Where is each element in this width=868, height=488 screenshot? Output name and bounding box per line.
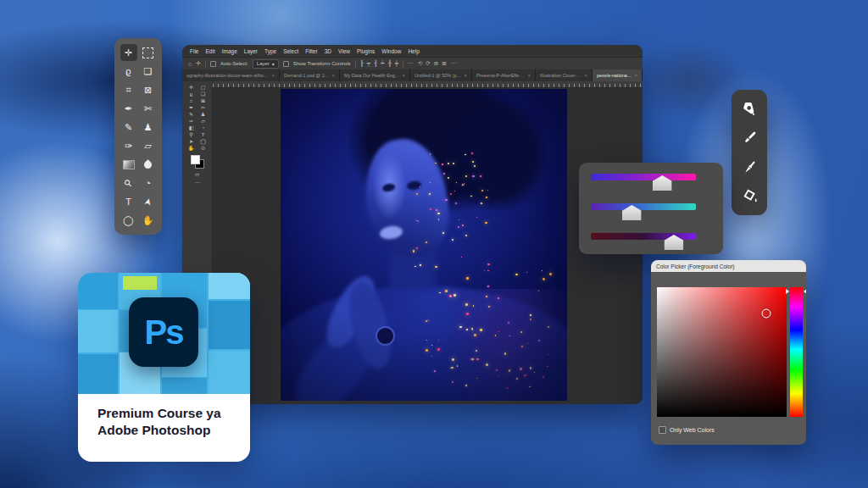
document-tab[interactable]: Untitled-1 @ 50% (pearl...× <box>410 69 472 81</box>
color-cursor[interactable] <box>761 308 771 318</box>
more-options-icon[interactable]: ⋯ <box>408 60 414 67</box>
toolbar-icon[interactable]: ⊙ <box>201 146 205 151</box>
lasso-tool-icon[interactable]: ϱ <box>120 63 137 80</box>
option-icon[interactable]: ⊠ <box>442 60 446 67</box>
document-tab[interactable]: Illustration Cover-01.psd× <box>536 69 593 81</box>
only-web-colors-checkbox[interactable] <box>659 426 666 434</box>
option-icon[interactable]: ⟳ <box>426 60 430 67</box>
document-tab[interactable]: ography-illustration-doctor-team-silhoue… <box>182 69 280 81</box>
document-tab[interactable]: Demand-1.psd @ 200% (L...× <box>280 69 340 81</box>
toolbar-icon[interactable]: ✎ <box>189 112 193 117</box>
tab-close-icon[interactable]: × <box>402 73 405 78</box>
tab-close-icon[interactable]: × <box>271 73 275 78</box>
lightness-slider[interactable] <box>591 233 696 240</box>
toolbar-icon[interactable]: ➤ <box>189 139 193 144</box>
toolbar-icon[interactable]: ⚲ <box>189 132 192 137</box>
toolbar-icon[interactable]: ◯ <box>200 139 206 144</box>
canvas-area[interactable] <box>213 88 643 404</box>
tab-close-icon[interactable]: × <box>464 73 467 78</box>
saturation-brightness-field[interactable] <box>657 287 787 417</box>
type-tool-icon[interactable]: T <box>120 193 137 210</box>
eyedropper-tool-icon[interactable]: ✒ <box>120 100 137 117</box>
menu-item-help[interactable]: Help <box>408 48 419 54</box>
menu-item-file[interactable]: File <box>190 48 198 54</box>
document-tab[interactable]: Presents-P-AfterEffect.psd× <box>472 69 536 81</box>
toolbar-icon[interactable]: ⊠ <box>201 98 205 103</box>
toolbar-icon[interactable]: ⌗ <box>190 98 192 103</box>
saturation-slider[interactable] <box>591 203 696 210</box>
option-icon[interactable]: ⊞ <box>434 60 438 67</box>
toolbar-icon[interactable]: ◧ <box>189 125 194 130</box>
document-tab[interactable]: pexels-national-studio-1081685.jpg @ 66.… <box>593 69 643 81</box>
ellipse-tool-icon[interactable]: ◯ <box>120 212 137 229</box>
hue-slider-arrow-right[interactable] <box>804 289 806 294</box>
tab-close-icon[interactable]: × <box>634 73 637 78</box>
history-brush-tool-icon[interactable]: ✑ <box>120 137 137 154</box>
align-icon[interactable]: ┠ <box>360 60 364 67</box>
move-tool-icon[interactable]: ✛ <box>196 60 201 67</box>
toolbar-icon[interactable]: ✂ <box>201 105 205 110</box>
slice-tool-icon[interactable]: ⊠ <box>140 81 157 98</box>
selection-arrow-tool-icon[interactable]: ➤ <box>140 193 157 210</box>
course-card[interactable]: Ps Premium Course ya Adobe Photoshop <box>78 273 250 462</box>
menu-item-edit[interactable]: Edit <box>205 48 214 54</box>
clone-stamp-tool-icon[interactable]: ♟ <box>140 119 157 136</box>
crop-tool-icon[interactable]: ⌗ <box>120 81 137 98</box>
toolbar-icon[interactable]: T <box>202 132 205 137</box>
hue-slider[interactable] <box>591 174 696 180</box>
menu-item-3d[interactable]: 3D <box>325 48 331 54</box>
toolbar-icon[interactable]: ϱ <box>190 92 192 97</box>
align-icon[interactable]: ┿ <box>395 60 398 67</box>
menu-item-plugins[interactable]: Plugins <box>357 48 375 54</box>
menu-item-type[interactable]: Type <box>264 48 276 54</box>
foreground-color-swatch[interactable] <box>191 155 200 164</box>
hue-slider-arrow-left[interactable] <box>786 289 789 294</box>
healing-brush-tool-icon[interactable]: ✄ <box>140 100 157 117</box>
hand-tool-icon[interactable]: ✋ <box>140 212 157 229</box>
brush-tool-icon[interactable] <box>740 128 760 147</box>
saturation-slider-handle[interactable] <box>622 205 642 220</box>
menu-item-layer[interactable]: Layer <box>244 48 258 54</box>
align-icon[interactable]: ╂ <box>387 60 391 67</box>
pen-tool-icon[interactable] <box>740 99 760 119</box>
more-options-icon[interactable]: ⋯ <box>451 60 457 67</box>
toolbar-icon[interactable]: ✛ <box>189 85 193 90</box>
move-tool-icon[interactable]: ✛ <box>120 44 137 61</box>
menu-item-select[interactable]: Select <box>283 48 298 54</box>
toolbar-icon[interactable]: ✋ <box>188 146 195 151</box>
align-icon[interactable]: ┨ <box>374 60 377 67</box>
hue-slider-handle[interactable] <box>653 175 672 191</box>
toolbar-icon[interactable]: ◔ <box>202 125 205 130</box>
eyedropper-tool-icon[interactable] <box>740 158 760 177</box>
auto-select-dropdown[interactable]: Layer ▾ <box>253 59 279 69</box>
toolbar-icon[interactable]: ▭ <box>195 171 200 177</box>
hue-strip[interactable] <box>790 287 803 417</box>
color-swatches[interactable] <box>191 155 204 169</box>
gradient-tool-icon[interactable] <box>120 156 137 173</box>
brush-tool-icon[interactable]: ✎ <box>120 119 137 136</box>
menu-item-filter[interactable]: Filter <box>305 48 317 54</box>
transform-controls-checkbox[interactable] <box>283 61 289 67</box>
align-icon[interactable]: ┷ <box>381 60 384 67</box>
menu-item-image[interactable]: Image <box>222 48 237 54</box>
toolbar-icon[interactable]: ▢ <box>201 85 206 90</box>
align-icon[interactable]: ┯ <box>367 60 370 67</box>
tab-close-icon[interactable]: × <box>331 73 335 78</box>
zoom-tool-icon[interactable]: ⚲ <box>120 175 137 191</box>
toolbar-icon[interactable]: ✒ <box>189 105 193 110</box>
quick-select-tool-icon[interactable]: ❏ <box>140 63 157 80</box>
tab-close-icon[interactable]: × <box>584 73 587 78</box>
option-icon[interactable]: ⟲ <box>418 60 422 67</box>
auto-select-checkbox[interactable] <box>210 61 216 67</box>
toolbar-icon[interactable]: ✑ <box>189 119 193 124</box>
tab-close-icon[interactable]: × <box>527 73 531 78</box>
blur-tool-icon[interactable] <box>140 156 157 173</box>
home-icon[interactable]: ⌂ <box>188 61 192 67</box>
toolbar-icon[interactable]: ⋯ <box>195 179 200 185</box>
menu-item-window[interactable]: Window <box>381 48 401 54</box>
toolbar-icon[interactable]: ▱ <box>201 119 205 124</box>
paint-bucket-tool-icon[interactable] <box>740 186 760 206</box>
menu-item-view[interactable]: View <box>338 48 350 54</box>
toolbar-icon[interactable]: ❏ <box>201 92 205 97</box>
toolbar-icon[interactable]: ♟ <box>201 112 205 117</box>
